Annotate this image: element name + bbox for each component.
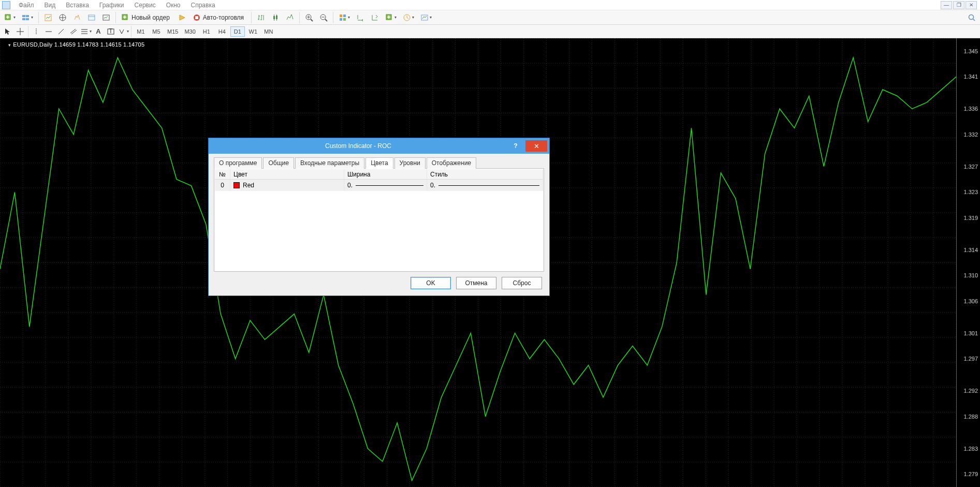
ok-button[interactable]: OK <box>411 277 451 289</box>
shapes-tool[interactable] <box>118 26 129 37</box>
y-tick: 1.345 <box>963 48 978 54</box>
timeframe-m5[interactable]: M5 <box>149 26 164 37</box>
terminal-button[interactable] <box>85 12 98 23</box>
timeframe-mn[interactable]: MN <box>261 26 276 37</box>
reset-button[interactable]: Сброс <box>502 277 542 289</box>
style-value: 0. <box>430 182 435 189</box>
svg-line-34 <box>71 30 77 34</box>
y-tick: 1.297 <box>963 356 978 362</box>
tab-3[interactable]: Цвета <box>365 157 393 169</box>
text-tool[interactable]: A <box>93 26 104 37</box>
tab-4[interactable]: Уровни <box>394 157 426 169</box>
tab-2[interactable]: Входные параметры <box>295 157 364 169</box>
svg-rect-24 <box>343 18 346 21</box>
app-icon <box>2 1 10 9</box>
hline-tool[interactable] <box>43 26 54 37</box>
toolbar-drawing: A T M1M5M15M30H1H4D1W1MN <box>0 25 980 38</box>
menu-charts[interactable]: Графики <box>94 1 129 10</box>
header-color: Цвет <box>230 169 344 179</box>
navigator-button[interactable] <box>56 12 69 23</box>
menu-window[interactable]: Окно <box>161 1 186 10</box>
timeframe-m30[interactable]: M30 <box>182 26 198 37</box>
crosshair-tool[interactable] <box>14 26 26 37</box>
tab-0[interactable]: О программе <box>214 157 262 169</box>
mdi-window-controls: — ❐ ✕ <box>941 1 977 9</box>
y-tick: 1.301 <box>963 330 978 336</box>
header-num: № <box>215 169 230 179</box>
header-width: Ширина <box>344 169 427 179</box>
y-tick: 1.323 <box>963 189 978 195</box>
candle-chart-button[interactable] <box>269 12 282 23</box>
cell-width[interactable]: 0. <box>344 180 427 191</box>
dialog-close-button[interactable]: ✕ <box>525 140 547 152</box>
toolbar-main: Новый ордер Авто-торговля <box>0 10 980 25</box>
color-row-0[interactable]: 0 Red 0. 0. <box>215 180 543 191</box>
y-tick: 1.310 <box>963 272 978 278</box>
cell-style[interactable]: 0. <box>427 180 543 191</box>
svg-rect-1 <box>22 15 25 17</box>
menu-file[interactable]: Файл <box>13 1 39 10</box>
new-chart-button[interactable] <box>2 12 18 23</box>
profiles-button[interactable] <box>20 12 35 23</box>
menubar: Файл Вид Вставка Графики Сервис Окно Спр… <box>0 0 980 10</box>
grid-header: № Цвет Ширина Стиль <box>215 169 543 180</box>
cursor-tool[interactable] <box>2 26 13 37</box>
indicators-button[interactable] <box>383 12 399 23</box>
header-style: Стиль <box>427 169 543 179</box>
timeframe-m1[interactable]: M1 <box>134 26 148 37</box>
zoom-out-button[interactable] <box>317 12 330 23</box>
bar-chart-button[interactable] <box>255 12 267 23</box>
zoom-in-button[interactable] <box>303 12 315 23</box>
menu-insert[interactable]: Вставка <box>61 1 94 10</box>
mdi-restore-button[interactable]: ❐ <box>953 1 964 9</box>
dialog-help-button[interactable]: ? <box>508 142 523 150</box>
timeframe-d1[interactable]: D1 <box>230 26 245 37</box>
menu-help[interactable]: Справка <box>186 1 221 10</box>
autotrade-button[interactable]: Авто-торговля <box>191 12 248 23</box>
periodicity-button[interactable] <box>401 12 416 23</box>
menu-service[interactable]: Сервис <box>129 1 161 10</box>
svg-rect-4 <box>26 18 29 20</box>
cancel-button[interactable]: Отмена <box>456 277 496 289</box>
timeframe-m15[interactable]: M15 <box>165 26 181 37</box>
svg-line-20 <box>325 19 327 21</box>
y-tick: 1.327 <box>963 164 978 170</box>
timeframe-h1[interactable]: H1 <box>199 26 214 37</box>
tile-windows-button[interactable] <box>337 12 352 23</box>
channel-tool[interactable] <box>68 26 79 37</box>
dialog-titlebar[interactable]: Custom Indicator - ROC ? ✕ <box>209 138 549 154</box>
y-tick: 1.292 <box>963 388 978 394</box>
data-window-button[interactable] <box>71 12 83 23</box>
text-label-tool[interactable]: T <box>105 26 116 37</box>
fibo-tool[interactable] <box>80 26 92 37</box>
trendline-tool[interactable] <box>55 26 67 37</box>
vline-tool[interactable] <box>31 26 42 37</box>
cell-color[interactable]: Red <box>230 180 344 191</box>
autoscroll-button[interactable] <box>354 12 367 23</box>
color-name: Red <box>243 182 254 189</box>
line-chart-button[interactable] <box>284 12 296 23</box>
y-tick: 1.336 <box>963 106 978 112</box>
y-tick: 1.314 <box>963 247 978 253</box>
strategy-tester-button[interactable] <box>100 12 112 23</box>
mdi-close-button[interactable]: ✕ <box>966 1 977 9</box>
svg-rect-3 <box>22 18 25 20</box>
tab-1[interactable]: Общие <box>263 157 294 169</box>
marketwatch-button[interactable] <box>42 12 54 23</box>
search-button[interactable] <box>966 12 978 23</box>
timeframe-w1[interactable]: W1 <box>246 26 260 37</box>
new-order-button[interactable]: Новый ордер <box>119 12 174 23</box>
chart-area[interactable]: EURUSD,Daily 1.14659 1.14783 1.14615 1.1… <box>0 38 980 487</box>
templates-button[interactable] <box>418 12 434 23</box>
y-tick: 1.306 <box>963 298 978 304</box>
tab-5[interactable]: Отображение <box>427 157 476 169</box>
svg-line-18 <box>311 19 313 21</box>
dialog-tabs: О программеОбщиеВходные параметрыЦветаУр… <box>214 157 544 168</box>
cell-num: 0 <box>215 180 230 191</box>
mdi-minimize-button[interactable]: — <box>941 1 952 9</box>
chart-shift-button[interactable] <box>369 12 381 23</box>
menu-view[interactable]: Вид <box>39 1 61 10</box>
timeframe-h4[interactable]: H4 <box>215 26 229 37</box>
metaeditor-button[interactable] <box>176 12 188 23</box>
color-swatch-icon <box>233 182 240 188</box>
